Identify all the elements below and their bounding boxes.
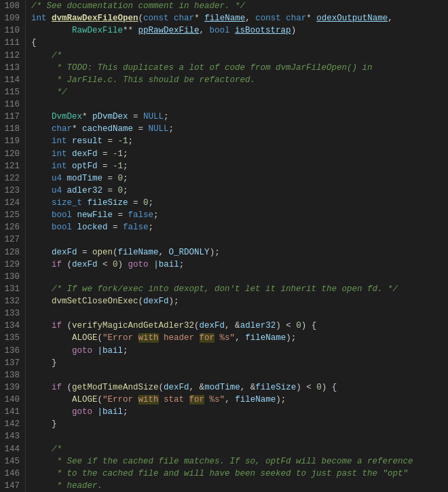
code-line: /* See documentation comment in header. … bbox=[31, 0, 448, 12]
code-line: ALOGE("Error with stat for %s", fileName… bbox=[31, 394, 448, 406]
line-number: 137 bbox=[3, 357, 20, 369]
line-number: 124 bbox=[3, 197, 20, 209]
code-line: /* bbox=[31, 50, 448, 62]
line-number: 111 bbox=[3, 37, 20, 49]
code-line: if (verifyMagicAndGetAdler32(dexFd, &adl… bbox=[31, 320, 448, 332]
line-number: 109 bbox=[3, 12, 20, 24]
line-number: 133 bbox=[3, 307, 20, 320]
code-content: /* See documentation comment in header. … bbox=[26, 0, 448, 492]
code-line: * header. bbox=[31, 480, 448, 492]
code-line: if (getModTimeAndSize(dexFd, &modTime, &… bbox=[31, 381, 448, 394]
code-line: int dvmRawDexFileOpen(const char* fileNa… bbox=[31, 12, 448, 24]
line-number: 136 bbox=[3, 345, 20, 357]
line-number: 123 bbox=[3, 185, 20, 197]
line-number: 141 bbox=[3, 406, 20, 418]
code-line: RawDexFile** ppRawDexFile, bool isBootst… bbox=[31, 24, 448, 37]
line-number: 110 bbox=[3, 24, 20, 37]
line-number: 118 bbox=[3, 123, 20, 135]
code-line: bool newFile = false; bbox=[31, 209, 448, 221]
code-line bbox=[31, 98, 448, 111]
code-line: DvmDex* pDvmDex = NULL; bbox=[31, 111, 448, 123]
line-number: 122 bbox=[3, 172, 20, 185]
line-number: 140 bbox=[3, 394, 20, 406]
code-line: if (dexFd < 0) goto |bail; bbox=[31, 259, 448, 271]
code-line bbox=[31, 369, 448, 381]
code-line bbox=[31, 307, 448, 320]
code-line: bool locked = false; bbox=[31, 221, 448, 233]
line-number: 129 bbox=[3, 259, 20, 271]
line-number: 127 bbox=[3, 233, 20, 246]
code-line: */ bbox=[31, 86, 448, 98]
code-line: { bbox=[31, 37, 448, 49]
line-number: 132 bbox=[3, 295, 20, 307]
line-number: 117 bbox=[3, 111, 20, 123]
code-line: dvmSetCloseOnExec(dexFd); bbox=[31, 295, 448, 307]
line-number: 128 bbox=[3, 246, 20, 259]
line-number: 125 bbox=[3, 209, 20, 221]
line-number: 120 bbox=[3, 148, 20, 160]
code-line: /* If we fork/exec into dexopt, don't le… bbox=[31, 283, 448, 295]
line-number: 147 bbox=[3, 480, 20, 492]
line-number: 143 bbox=[3, 430, 20, 442]
code-line: char* cachedName = NULL; bbox=[31, 123, 448, 135]
code-line bbox=[31, 430, 448, 442]
code-line: size_t fileSize = 0; bbox=[31, 197, 448, 209]
line-number: 130 bbox=[3, 271, 20, 283]
line-number: 113 bbox=[3, 62, 20, 74]
line-number: 134 bbox=[3, 320, 20, 332]
code-line: u4 modTime = 0; bbox=[31, 172, 448, 185]
code-line: int dexFd = -1; bbox=[31, 148, 448, 160]
code-line: } bbox=[31, 357, 448, 369]
line-number: 145 bbox=[3, 455, 20, 468]
code-line: ALOGE("Error with header for %s", fileNa… bbox=[31, 332, 448, 344]
code-line: u4 adler32 = 0; bbox=[31, 185, 448, 197]
code-viewer: 1081091101111121131141151161171181191201… bbox=[0, 0, 448, 492]
line-number: 126 bbox=[3, 221, 20, 233]
line-number: 139 bbox=[3, 381, 20, 394]
code-line: } bbox=[31, 418, 448, 430]
line-number: 131 bbox=[3, 283, 20, 295]
code-line: dexFd = open(fileName, O_RDONLY); bbox=[31, 246, 448, 259]
line-number: 144 bbox=[3, 443, 20, 455]
code-line: goto |bail; bbox=[31, 345, 448, 357]
line-number: 138 bbox=[3, 369, 20, 381]
code-line: goto |bail; bbox=[31, 406, 448, 418]
line-number-column: 1081091101111121131141151161171181191201… bbox=[0, 0, 26, 492]
code-line bbox=[31, 233, 448, 246]
code-line: * JarFile.c. This should be refactored. bbox=[31, 74, 448, 86]
code-line: int optFd = -1; bbox=[31, 160, 448, 172]
line-number: 146 bbox=[3, 468, 20, 480]
code-line: * to the cached file and will have been … bbox=[31, 468, 448, 480]
line-number: 116 bbox=[3, 98, 20, 111]
line-number: 114 bbox=[3, 74, 20, 86]
line-number: 119 bbox=[3, 135, 20, 147]
line-number: 115 bbox=[3, 86, 20, 98]
line-number: 108 bbox=[3, 0, 20, 12]
code-line: * TODO: This duplicates a lot of code fr… bbox=[31, 62, 448, 74]
code-line bbox=[31, 271, 448, 283]
code-line: int result = -1; bbox=[31, 135, 448, 147]
line-number: 112 bbox=[3, 50, 20, 62]
code-line: * See if the cached file matches. If so,… bbox=[31, 455, 448, 468]
line-number: 142 bbox=[3, 418, 20, 430]
code-line: /* bbox=[31, 443, 448, 455]
line-number: 135 bbox=[3, 332, 20, 344]
line-number: 121 bbox=[3, 160, 20, 172]
